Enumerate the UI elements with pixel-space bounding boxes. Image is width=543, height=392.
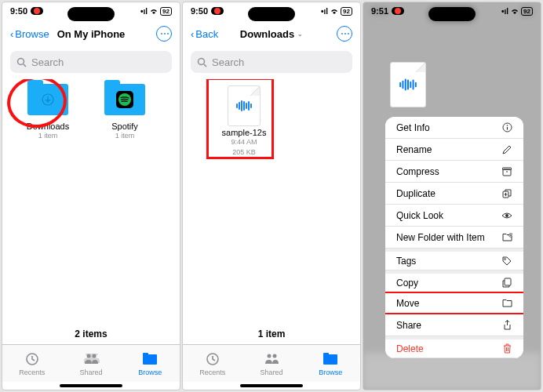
file-grid: Downloads 1 item Spotify 1 item <box>2 79 180 324</box>
more-button[interactable]: ⋯ <box>337 26 352 42</box>
wifi-icon <box>149 7 159 15</box>
audio-file-icon <box>228 85 261 126</box>
menu-new-folder[interactable]: New Folder with Item <box>385 227 523 249</box>
item-count: 1 item <box>183 324 360 344</box>
eye-icon <box>501 210 512 221</box>
item-count: 2 items <box>2 324 180 344</box>
tag-icon <box>501 256 512 267</box>
recording-indicator-icon <box>211 7 224 15</box>
svg-point-0 <box>18 58 24 64</box>
context-menu: Get Info Rename Compress Duplicate Quick… <box>385 117 523 358</box>
menu-move[interactable]: Move <box>385 292 523 314</box>
archive-icon <box>501 166 512 177</box>
menu-get-info[interactable]: Get Info <box>385 117 523 139</box>
menu-duplicate[interactable]: Duplicate <box>385 183 523 205</box>
move-icon <box>501 298 512 309</box>
file-sample-12s[interactable]: sample-12s 9:44 AM 205 KB <box>213 85 275 157</box>
svg-line-9 <box>204 64 206 67</box>
folder-spotify[interactable]: Spotify 1 item <box>93 82 156 141</box>
tab-shared[interactable]: Shared <box>242 345 301 382</box>
trash-icon <box>501 343 512 354</box>
tab-bar: Recents Shared Browse <box>2 344 180 382</box>
tab-browse[interactable]: Browse <box>121 345 180 382</box>
svg-point-7 <box>92 354 96 358</box>
context-overlay[interactable]: 9:51 •ıl92 Get Info Rename Compress Dupl… <box>363 2 541 390</box>
shared-icon <box>82 351 100 367</box>
copy-icon <box>501 278 512 289</box>
share-icon <box>501 320 512 331</box>
audio-file-icon <box>390 62 426 107</box>
folder-icon <box>27 84 68 115</box>
spotify-icon <box>116 91 133 108</box>
back-button[interactable]: ‹ Browse <box>10 28 49 40</box>
svg-rect-30 <box>503 169 511 176</box>
tab-shared[interactable]: Shared <box>61 345 120 382</box>
back-button[interactable]: ‹Back <box>191 28 218 40</box>
status-time: 9:50 <box>10 6 43 16</box>
home-indicator[interactable] <box>240 384 303 387</box>
search-placeholder: Search <box>31 56 64 68</box>
svg-point-6 <box>86 354 90 358</box>
status-right: •ıl 92 <box>140 7 172 16</box>
file-grid: sample-12s 9:44 AM 205 KB <box>183 79 360 324</box>
svg-point-18 <box>267 354 271 358</box>
screen-context-menu: 9:5192 9:51 •ıl92 Get Info Rename Compre… <box>363 2 541 390</box>
tab-bar: Recents Shared Browse <box>183 344 360 382</box>
pencil-icon <box>501 144 512 155</box>
chevron-down-icon: ⌄ <box>297 31 303 38</box>
ellipsis-icon: ⋯ <box>160 28 169 39</box>
folder-plus-icon <box>501 232 512 243</box>
more-button[interactable]: ⋯ <box>156 26 172 42</box>
menu-rename[interactable]: Rename <box>385 139 523 161</box>
chevron-left-icon: ‹ <box>191 28 194 40</box>
svg-point-28 <box>506 125 508 126</box>
page-title: On My iPhone <box>57 28 126 40</box>
browse-icon <box>141 351 159 367</box>
info-icon <box>501 122 512 133</box>
folder-icon <box>104 84 145 115</box>
signal-icon: •ıl <box>140 7 148 16</box>
page-title[interactable]: Downloads⌄ <box>240 28 303 40</box>
svg-point-19 <box>272 354 276 358</box>
svg-point-40 <box>505 258 506 260</box>
waveform-icon <box>235 100 253 111</box>
svg-line-1 <box>24 64 26 67</box>
folder-downloads[interactable]: Downloads 1 item <box>16 82 79 141</box>
screen-downloads: 9:50 •ıl92 ‹Back Downloads⌄ ⋯ Search sam… <box>182 2 361 390</box>
tab-recents[interactable]: Recents <box>183 345 242 382</box>
recording-indicator-icon <box>31 7 43 15</box>
menu-delete[interactable]: Delete <box>385 336 523 358</box>
menu-copy[interactable]: Copy <box>385 270 523 292</box>
status-bar: 9:50 •ıl92 <box>183 2 360 20</box>
nav-bar: ‹Back Downloads⌄ ⋯ <box>183 20 360 48</box>
menu-share[interactable]: Share <box>385 314 523 336</box>
tab-recents[interactable]: Recents <box>2 345 61 382</box>
search-input[interactable]: Search <box>191 51 352 73</box>
search-icon <box>16 57 27 67</box>
search-input[interactable]: Search <box>10 51 172 73</box>
svg-point-36 <box>505 214 508 217</box>
menu-compress[interactable]: Compress <box>385 161 523 183</box>
nav-bar: ‹ Browse On My iPhone ⋯ <box>2 20 180 48</box>
duplicate-icon <box>501 188 512 199</box>
context-preview <box>390 62 426 107</box>
ellipsis-icon: ⋯ <box>341 28 349 39</box>
menu-tags[interactable]: Tags <box>385 249 523 270</box>
svg-rect-31 <box>503 168 512 170</box>
svg-point-8 <box>199 58 205 64</box>
home-indicator[interactable] <box>60 384 122 387</box>
svg-rect-41 <box>505 278 511 285</box>
screen-on-my-iphone: 9:50 •ıl 92 ‹ Browse On My iPhone ⋯ Sear… <box>2 2 180 390</box>
search-icon <box>197 57 207 67</box>
status-bar: 9:50 •ıl 92 <box>2 2 180 20</box>
menu-quick-look[interactable]: Quick Look <box>385 205 523 227</box>
chevron-left-icon: ‹ <box>10 28 13 40</box>
clock-icon <box>24 351 41 367</box>
tab-browse[interactable]: Browse <box>301 345 360 382</box>
download-arrow-icon <box>41 93 55 107</box>
